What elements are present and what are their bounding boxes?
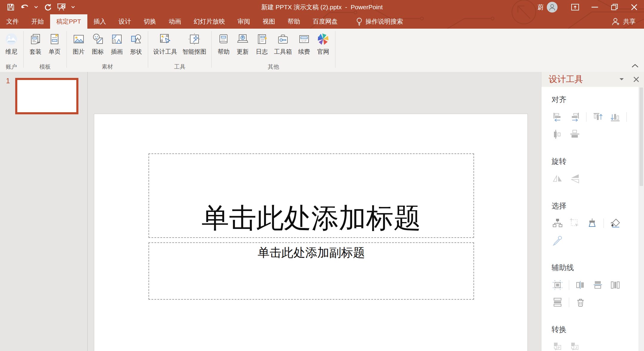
minimize-icon[interactable] [585, 0, 605, 14]
design-panel-title: 设计工具 [541, 73, 615, 85]
undo-icon[interactable] [20, 2, 29, 12]
slide[interactable]: 单击此处添加标题 单击此处添加副标题 [94, 114, 528, 351]
ribbon-item-picture[interactable]: 图片 [69, 32, 88, 56]
tell-me-search[interactable]: 操作说明搜索 [352, 14, 407, 29]
slide-number: 1 [6, 77, 10, 85]
smart-cutout-icon [188, 32, 201, 46]
ribbon-item-official-site[interactable]: 官网 [314, 32, 333, 56]
split-horizontal-icon[interactable] [592, 279, 604, 291]
fill-bucket-icon[interactable] [609, 217, 621, 229]
title-placeholder[interactable]: 单击此处添加标题 [148, 153, 474, 238]
icon-sticker-icon [91, 32, 105, 46]
ribbon-item-template-set[interactable]: 套装 [26, 32, 45, 56]
help-book-icon [217, 32, 230, 46]
tab-animations[interactable]: 动画 [162, 14, 188, 29]
ribbon-item-toolbox[interactable]: 工具箱 [271, 32, 295, 56]
group-name-account: 账户 [2, 62, 21, 72]
slide-thumbnail[interactable] [15, 78, 78, 114]
slide-canvas: 单击此处添加标题 单击此处添加副标题 [88, 72, 541, 351]
close-icon[interactable] [624, 0, 644, 14]
lightbulb-icon [356, 17, 363, 26]
ribbon-item-changelog[interactable]: 日志 [252, 32, 271, 56]
panel-dropdown-icon[interactable] [615, 72, 628, 87]
align-top-icon[interactable] [592, 111, 604, 123]
three-columns-icon[interactable] [609, 279, 621, 291]
tab-home[interactable]: 开始 [25, 14, 50, 29]
user-badge[interactable]: 蔚 [538, 3, 544, 11]
flip-horizontal-icon[interactable] [552, 173, 564, 185]
svg-text:VIP: VIP [301, 39, 307, 42]
ribbon-display-options-icon[interactable] [565, 0, 585, 14]
share-button[interactable]: 共享 [611, 14, 644, 29]
ribbon-item-vip-renew[interactable]: VIP 续费 [295, 32, 314, 56]
restore-icon[interactable] [605, 0, 624, 14]
align-left-icon[interactable] [552, 111, 564, 123]
subtitle-placeholder-text: 单击此处添加副标题 [258, 245, 365, 260]
ribbon-item-shapes[interactable]: 形状 [126, 32, 145, 56]
ribbon-item-single-page[interactable]: 单页 [45, 32, 64, 56]
customize-quick-access-icon[interactable] [70, 2, 76, 12]
eyedropper-icon[interactable] [552, 235, 564, 247]
icon-separator [586, 112, 586, 122]
select-group-icon[interactable] [552, 217, 564, 229]
split-vertical-icon[interactable] [575, 279, 586, 291]
svg-text:P: P [558, 346, 560, 350]
tab-transitions[interactable]: 切换 [137, 14, 162, 29]
align-middle-vertical-icon[interactable] [569, 128, 581, 140]
panel-close-icon[interactable] [628, 72, 644, 87]
save-icon[interactable] [6, 2, 16, 12]
align-bottom-icon[interactable] [609, 111, 621, 123]
flip-vertical-icon[interactable] [569, 173, 581, 185]
ribbon-item-smart-cutout[interactable]: 智能抠图 [180, 32, 209, 56]
design-panel-body: 对齐 [541, 87, 639, 351]
svg-text:J: J [575, 346, 577, 350]
panel-scrollbar-thumb[interactable] [640, 87, 643, 186]
tab-slideshow[interactable]: 幻灯片放映 [188, 14, 231, 29]
tab-file[interactable]: 文件 [0, 14, 25, 29]
single-page-icon [48, 32, 61, 46]
collapse-ribbon-icon[interactable] [631, 64, 639, 69]
start-slideshow-icon[interactable] [57, 2, 66, 12]
icon-separator [626, 112, 627, 122]
shapes-icon [129, 32, 143, 46]
tab-design[interactable]: 设计 [112, 14, 137, 29]
pinwheel-logo-icon [316, 32, 330, 46]
ribbon-item-winnie[interactable]: 维尼 [2, 32, 21, 56]
tab-review[interactable]: 审阅 [231, 14, 256, 29]
convert-to-p-icon[interactable]: P [552, 341, 564, 351]
redo-icon[interactable] [43, 2, 52, 12]
ribbon-item-update[interactable]: 更新 [233, 32, 252, 56]
ribbon-group-account: 维尼 账户 [0, 29, 23, 72]
tab-gaoding-ppt[interactable]: 稿定PPT [50, 14, 87, 29]
template-set-icon [29, 32, 42, 46]
convert-to-j-icon[interactable]: J [569, 341, 581, 351]
ribbon-item-icon-sticker[interactable]: 图标 [88, 32, 107, 56]
icon-separator [569, 280, 569, 290]
avatar[interactable] [547, 2, 558, 13]
tab-help[interactable]: 帮助 [281, 14, 306, 29]
three-rows-icon[interactable] [552, 296, 564, 308]
title-placeholder-text: 单击此处添加标题 [202, 203, 421, 233]
slides-panel: 1 [0, 72, 88, 351]
group-separator [66, 31, 67, 68]
ribbon-item-design-tools[interactable]: 设计工具 [151, 32, 180, 56]
ribbon-item-help[interactable]: 帮助 [214, 32, 233, 56]
delete-guides-icon[interactable] [575, 296, 586, 308]
subtitle-placeholder[interactable]: 单击此处添加副标题 [148, 242, 474, 300]
tab-insert[interactable]: 插入 [87, 14, 112, 29]
format-brush-icon[interactable] [586, 217, 598, 229]
group-name-assets: 素材 [69, 62, 145, 72]
account-avatar-icon [4, 32, 18, 46]
undo-dropdown[interactable] [33, 2, 39, 12]
tab-baidu-netdisk[interactable]: 百度网盘 [306, 14, 344, 29]
guide-frame-icon[interactable] [552, 279, 564, 291]
align-center-horizontal-icon[interactable] [552, 128, 564, 140]
marquee-select-icon[interactable] [569, 217, 581, 229]
titlebar: 新建 PPTX 演示文稿 (2).pptx - PowerPoint 蔚 [0, 0, 644, 14]
ribbon-item-illustration[interactable]: 插画 [107, 32, 126, 56]
panel-scrollbar[interactable] [639, 87, 644, 351]
align-right-icon[interactable] [569, 111, 581, 123]
tab-view[interactable]: 视图 [256, 14, 281, 29]
vip-card-icon: VIP [297, 32, 311, 46]
titlebar-right: 蔚 [538, 0, 644, 14]
